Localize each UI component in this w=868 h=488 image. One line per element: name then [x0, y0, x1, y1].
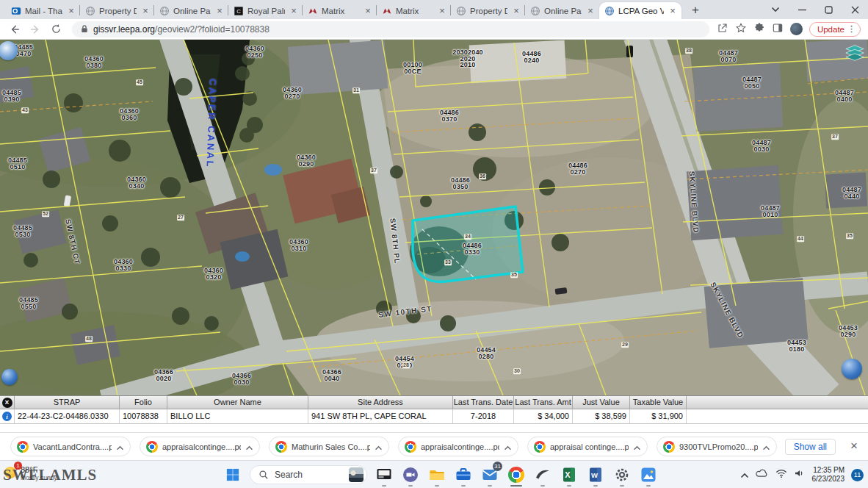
download-item[interactable]: 9300TVLPromo20....pdf — [657, 437, 777, 456]
tab-close-icon[interactable]: × — [363, 6, 373, 16]
column-header[interactable]: Just Value — [573, 396, 630, 409]
parcel-label: 04485 0530 — [13, 225, 32, 237]
download-item[interactable]: VacantLandContra....pdf — [10, 437, 131, 456]
chevron-up-icon[interactable] — [116, 440, 124, 453]
column-header[interactable]: Last Trans. Amt — [514, 396, 573, 409]
table-cell: 22-44-23-C2-04486.0330 — [15, 409, 120, 423]
download-item[interactable]: appraisal continge....pdf — [527, 437, 648, 456]
start-button[interactable] — [223, 462, 242, 488]
back-button[interactable] — [6, 21, 23, 38]
chevron-up-icon[interactable] — [245, 440, 253, 453]
address-bar[interactable]: gissvr.leepa.org/geoview2/?folioid=10078… — [72, 21, 709, 37]
calendar-icon[interactable]: 31 — [480, 462, 499, 488]
onedrive-icon[interactable] — [756, 468, 769, 481]
swoosh-app-icon[interactable] — [533, 462, 552, 488]
birdseye-globe-icon[interactable] — [842, 359, 862, 379]
column-header[interactable]: Taxable Value — [630, 396, 687, 409]
info-icon[interactable]: i — [2, 412, 12, 421]
menu-dots-icon[interactable]: ⋮ — [847, 24, 856, 34]
parcel-label: 20302040 2020 2010 — [452, 49, 483, 68]
word-icon[interactable]: W — [586, 462, 605, 488]
reload-button[interactable] — [47, 21, 65, 38]
download-item[interactable]: appraisalcontinge....pdf — [140, 437, 260, 456]
forward-button[interactable] — [26, 21, 44, 38]
weather-condition-label: Mostly sunny — [21, 474, 57, 481]
browser-tab-4[interactable]: CRoyal Palm Co× — [228, 2, 303, 19]
notification-count-badge[interactable]: 11 — [851, 469, 864, 481]
chrome-icon[interactable] — [507, 462, 526, 488]
browser-tab-3[interactable]: Online Parcel× — [154, 2, 228, 19]
download-filename: Mathurin Sales Co....pdf — [292, 442, 370, 451]
tab-close-icon[interactable]: × — [437, 6, 447, 16]
browser-tab-9[interactable]: LCPA Geo Vie× — [599, 2, 681, 19]
tab-close-icon[interactable]: × — [511, 6, 521, 16]
table-close-cell[interactable]: × — [0, 396, 15, 409]
chevron-up-icon[interactable] — [633, 440, 641, 453]
parcel-label: 04360 0270 — [283, 87, 302, 99]
bookmark-star-icon[interactable] — [735, 22, 747, 37]
briefcase-app-icon[interactable] — [454, 462, 473, 488]
table-data-row[interactable]: i 22-44-23-C2-04486.033010078838BILLO LL… — [0, 409, 868, 424]
side-panel-icon[interactable] — [772, 22, 784, 37]
taskbar-clock[interactable]: 12:35 PM 6/23/2023 — [812, 466, 845, 484]
file-explorer-icon[interactable] — [427, 462, 446, 488]
tab-close-icon[interactable]: × — [585, 6, 596, 16]
monitor-app-icon[interactable] — [375, 462, 394, 488]
browser-tab-6[interactable]: Matrix× — [377, 2, 451, 19]
share-icon[interactable] — [717, 22, 728, 37]
volume-icon[interactable] — [794, 468, 806, 481]
close-downloads-bar-icon[interactable]: × — [850, 439, 858, 453]
show-all-downloads-button[interactable]: Show all — [785, 439, 836, 455]
layers-icon[interactable] — [845, 44, 865, 65]
close-table-icon[interactable]: × — [2, 398, 12, 408]
birdseye-globe-icon[interactable] — [1, 369, 18, 385]
column-header[interactable]: STRAP — [15, 396, 120, 409]
gis-map-viewport[interactable]: 04485 047004360 038004360 025004485 0390… — [0, 40, 868, 395]
column-header[interactable]: Folio — [120, 396, 167, 409]
browser-tab-2[interactable]: Property Data× — [80, 2, 154, 19]
tab-close-icon[interactable]: × — [289, 6, 299, 16]
column-header[interactable]: Owner Name — [167, 396, 308, 409]
tray-chevron-icon[interactable] — [740, 468, 749, 481]
extensions-puzzle-icon[interactable] — [753, 22, 765, 37]
close-window-button[interactable] — [851, 6, 859, 14]
download-item[interactable]: Mathurin Sales Co....pdf — [269, 437, 389, 456]
minimize-button[interactable] — [798, 6, 806, 14]
tab-close-icon[interactable]: × — [668, 6, 678, 16]
tab-close-icon[interactable]: × — [214, 6, 225, 16]
wifi-icon[interactable] — [775, 468, 787, 481]
update-button[interactable]: Update⋮ — [809, 22, 861, 37]
new-tab-button[interactable]: + — [687, 1, 704, 19]
parcel-label: 04360 0330 — [114, 259, 133, 271]
row-info-cell[interactable]: i — [0, 409, 15, 423]
table-cell: $ 34,000 — [514, 409, 573, 423]
photos-icon[interactable] — [639, 462, 658, 488]
excel-icon[interactable]: X — [560, 462, 579, 488]
chevron-up-icon[interactable] — [375, 440, 383, 453]
maximize-button[interactable] — [825, 6, 833, 14]
settings-icon[interactable] — [612, 462, 632, 488]
column-header[interactable]: Site Address — [308, 396, 453, 409]
browser-tab-7[interactable]: Property Data× — [451, 2, 525, 19]
taskbar-search-box[interactable]: Search — [250, 465, 367, 484]
profile-avatar[interactable] — [790, 23, 803, 35]
tab-close-icon[interactable]: × — [140, 6, 151, 16]
url-text: gissvr.leepa.org/geoview2/?folioid=10078… — [93, 24, 270, 35]
parcel-label: 04454 0280 — [477, 347, 496, 359]
search-highlight-image[interactable] — [349, 467, 364, 482]
browser-tab-1[interactable]: Mail - Thamin× — [6, 2, 80, 19]
weather-widget[interactable]: 1 88°F Mostly sunny — [4, 463, 57, 481]
download-item[interactable]: appraisalcontinge....pdf — [398, 437, 518, 456]
lcpa-globe-favicon — [604, 6, 615, 16]
browser-tab-8[interactable]: Online Parcel× — [525, 2, 599, 19]
chevron-up-icon[interactable] — [504, 440, 512, 453]
column-header[interactable]: Last Trans. Date — [453, 396, 514, 409]
lot-number-marker: 29 — [621, 342, 629, 348]
windows-taskbar: 1 88°F Mostly sunny Search 31XW 12:35 PM… — [0, 460, 868, 488]
chevron-up-icon[interactable] — [762, 440, 770, 453]
lot-number-marker: 31 — [352, 87, 360, 93]
tab-close-icon[interactable]: × — [66, 6, 76, 16]
tab-search-chevron-icon[interactable] — [771, 7, 780, 12]
video-chat-icon[interactable] — [401, 462, 420, 488]
browser-tab-5[interactable]: Matrix× — [303, 2, 377, 19]
